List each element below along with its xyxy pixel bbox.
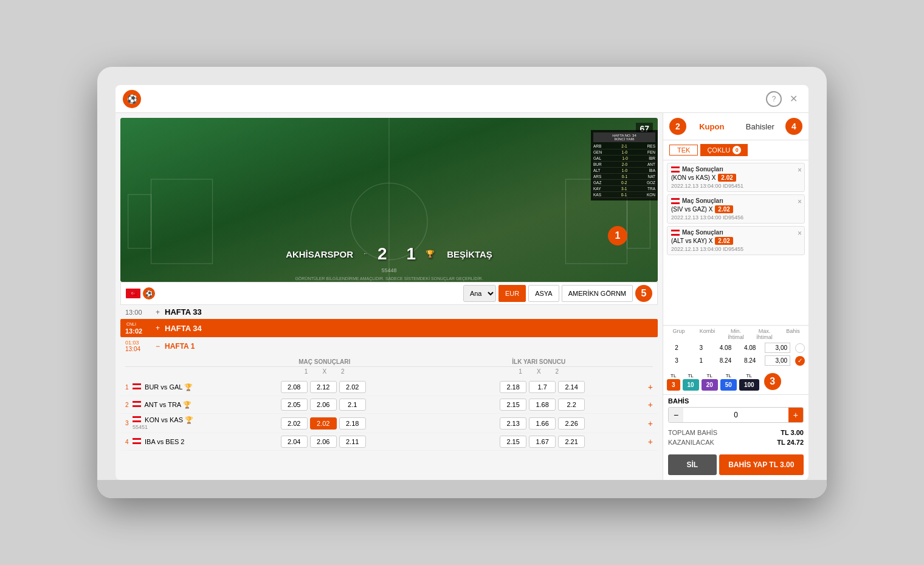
item-flag [671, 198, 680, 204]
toplam-value: TL 3.00 [781, 429, 804, 436]
right-panel: 2 Kupon Bahisler 4 TEK ÇOKLU 0 [663, 113, 808, 480]
bahisler-tab[interactable]: Bahisler [737, 122, 784, 131]
item-close[interactable]: × [798, 166, 802, 174]
match3-odds: 2.02 2.02 2.18 [218, 417, 429, 430]
match1-hx[interactable]: 1.7 [529, 381, 556, 393]
match3-odd1[interactable]: 2.02 [281, 417, 308, 430]
match4-hx[interactable]: 1.67 [529, 436, 556, 448]
item-odds: 2.02 [715, 237, 733, 245]
amount-3[interactable]: 3 [667, 379, 680, 391]
tl-label: TL [688, 373, 693, 378]
match1-half-odds: 2.18 1.7 2.14 [436, 381, 647, 393]
kombi-input-2[interactable] [765, 355, 790, 366]
sb-half: İKİNCİ YARI [595, 137, 654, 141]
match1-h2[interactable]: 2.14 [558, 381, 585, 393]
col-x-left: X [322, 368, 326, 375]
match1-oddx[interactable]: 2.12 [310, 381, 337, 393]
amount-20[interactable]: 20 [702, 379, 718, 391]
week-33-header[interactable]: 13:00 + HAFTA 33 [120, 305, 658, 319]
eur-button[interactable]: EUR [498, 285, 526, 302]
match1-odd1[interactable]: 2.08 [281, 381, 308, 393]
betting-area: 13:00 + HAFTA 33 CNLI 13:02 + HAFTA 34 [116, 305, 663, 480]
match2-odds: 2.05 2.06 2.1 [218, 399, 429, 411]
left-panel: AKHİSARSPOR ← 2 1 🏆 BEŞİKTAŞ [116, 113, 663, 480]
coupon-item: Maç Sonuçları (KON vs KAS) X 2.02 2022.1… [667, 163, 805, 192]
amount-100[interactable]: 100 [739, 379, 759, 391]
amerikan-button[interactable]: AMERİKN GÖRNM [562, 285, 633, 302]
bahis-label: BAHİS [668, 397, 804, 405]
match2-odd1[interactable]: 2.05 [281, 399, 308, 411]
kombi-input-1[interactable] [765, 343, 790, 353]
tek-button[interactable]: TEK [669, 145, 698, 156]
score-away: 1 [407, 244, 416, 264]
amount-50[interactable]: 50 [720, 379, 737, 391]
video-background: AKHİSARSPOR ← 2 1 🏆 BEŞİKTAŞ [120, 118, 658, 282]
match4-h2[interactable]: 2.21 [558, 436, 585, 448]
flag-icon: 🇹🇷 [126, 289, 140, 298]
item-close[interactable]: × [798, 197, 802, 206]
help-button[interactable]: ? [766, 91, 782, 107]
svg-rect-5 [128, 194, 151, 248]
coupon-item: Maç Sonuçları (SIV vs GAZ) X 2.02 2022.1… [667, 194, 805, 224]
match3-h1[interactable]: 2.13 [500, 417, 526, 430]
kazanilacak-value: TL 24.72 [777, 439, 804, 446]
ana-dropdown[interactable]: Ana [463, 285, 496, 302]
coklu-button[interactable]: ÇOKLU 0 [700, 144, 748, 156]
match1-plus[interactable]: + [648, 382, 653, 392]
match2-oddx[interactable]: 2.06 [310, 399, 337, 411]
action-buttons: SİL BAHİS YAP TL 3.00 [663, 450, 808, 480]
item-close[interactable]: × [798, 229, 802, 238]
close-button[interactable]: ✕ [785, 91, 801, 107]
match2-odd2[interactable]: 2.1 [339, 399, 366, 411]
match4-plus[interactable]: + [648, 437, 653, 447]
bahis-yap-button[interactable]: BAHİS YAP TL 3.00 [719, 454, 804, 475]
match4-h1[interactable]: 2.15 [500, 436, 526, 448]
match2-hx[interactable]: 1.68 [529, 399, 556, 411]
sb-header: HAFTA NO: 34 İKİNCİ YARI [593, 132, 655, 142]
match1-odd2[interactable]: 2.02 [339, 381, 366, 393]
match4-odd1[interactable]: 2.04 [281, 436, 308, 448]
match3-h2[interactable]: 2.26 [558, 417, 585, 430]
week-1-header[interactable]: 01:03 13:04 − HAFTA 1 [120, 337, 658, 355]
col-2-right: 2 [556, 368, 559, 375]
coupon-items: Maç Sonuçları (KON vs KAS) X 2.02 2022.1… [663, 160, 808, 325]
match4-oddx[interactable]: 2.06 [310, 436, 337, 448]
asya-button[interactable]: ASYA [528, 285, 559, 302]
top-bar: ⚽ ? ✕ [116, 85, 808, 113]
match4-odd2[interactable]: 2.11 [339, 436, 366, 448]
match-row: 3 KON vs KAS 🏆 55451 2.02 2.02 2.18 [120, 414, 658, 433]
match4-odds: 2.04 2.06 2.11 [218, 436, 429, 448]
match2-h1[interactable]: 2.15 [500, 399, 526, 411]
bahis-input-row: − 0 + [668, 407, 804, 423]
item-odds: 2.02 [718, 174, 736, 182]
sil-button[interactable]: SİL [668, 454, 717, 475]
ilk-yari-header: İLK YARI SONUCU [437, 358, 641, 365]
match3-odd2[interactable]: 2.18 [339, 417, 366, 430]
kombi-row: 2 3 4.08 4.08 [667, 341, 805, 354]
bahis-minus[interactable]: − [669, 408, 683, 422]
score-home: 2 [378, 244, 387, 264]
match1-teams: BUR vs GAL 🏆 [145, 383, 193, 391]
controls-bar: 🇹🇷 ⚽ Ana EUR ASYA AMERİKN GÖRNM [120, 282, 658, 305]
controls-right: Ana EUR ASYA AMERİKN GÖRNM 5 [463, 285, 652, 302]
match1-h1[interactable]: 2.18 [500, 381, 526, 393]
match3-plus[interactable]: + [648, 419, 653, 428]
match4-half-odds: 2.15 1.67 2.21 [436, 436, 647, 448]
team-flag [133, 416, 141, 422]
kombi-row: 3 1 8.24 8.24 ✓ [667, 354, 805, 367]
quick-amounts: TL 3 TL 10 TL 20 TL 50 [663, 369, 808, 394]
match2-plus[interactable]: + [648, 400, 653, 409]
match3-hx[interactable]: 1.66 [529, 417, 556, 430]
score-overlay: AKHİSARSPOR ← 2 1 🏆 BEŞİKTAŞ [286, 244, 492, 264]
kazanilacak-label: KAZANILACAK [668, 439, 714, 446]
match2-h2[interactable]: 2.2 [558, 399, 585, 411]
match3-oddx[interactable]: 2.02 [310, 417, 337, 430]
kazanilacak-row: KAZANILACAK TL 24.72 [668, 437, 804, 447]
kupon-tab[interactable]: Kupon [689, 122, 735, 131]
week-34-header[interactable]: CNLI 13:02 + HAFTA 34 [120, 319, 658, 337]
amount-10[interactable]: 10 [683, 379, 699, 391]
scoreboard-sidebar: HAFTA NO: 34 İKİNCİ YARI ARB2-1RES GEN1-… [591, 130, 658, 200]
kombi-header: Grup Kombi Min. İhtimal Max. İhtimal Bah… [667, 328, 805, 341]
tl-label: TL [707, 373, 712, 378]
bahis-plus[interactable]: + [788, 408, 803, 422]
